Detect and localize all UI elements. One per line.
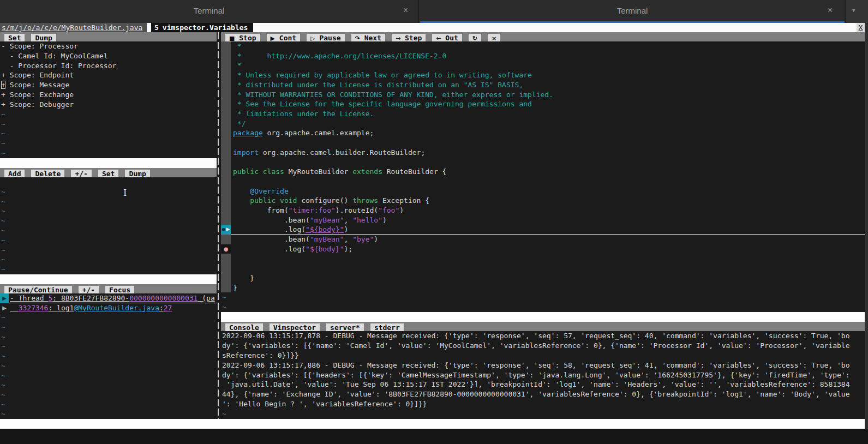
tab-server[interactable]: server* (326, 323, 364, 331)
tab-myroutebuilder[interactable]: s/m/j/o/a/c/e/MyRouteBuilder.java (0, 23, 147, 32)
variables-row[interactable]: + Scope: Endpoint (0, 70, 217, 80)
tilde: ~ (0, 226, 5, 236)
current-thread-sign[interactable]: ▶ (0, 293, 9, 303)
line-text: */ (231, 119, 246, 129)
terminal-tab-1[interactable]: Terminal × (0, 0, 419, 23)
tilde: ~ (0, 313, 5, 322)
console-line[interactable]: dy': {'variables': [{'name': 'Camel Id',… (221, 341, 865, 351)
code-line[interactable]: from("timer:foo").routeId("foo") (221, 206, 865, 215)
code-line[interactable]: ●▶ .log("${body}") (221, 225, 865, 235)
step-into-button[interactable]: → Step (392, 34, 426, 41)
code-line[interactable]: } (221, 283, 865, 293)
stack-frame-row: ~ (0, 380, 217, 390)
code-line[interactable]: * (221, 41, 865, 51)
line-text: - Thread 5: 8B03FE27FB82890-000000000000… (9, 293, 217, 303)
console-line[interactable]: sReference': 0}]}} (221, 351, 865, 361)
code-line[interactable]: * WITHOUT WARRANTIES OR CONDITIONS OF AN… (221, 90, 865, 100)
dump-button[interactable]: Dump (125, 170, 149, 177)
stack-frame-row[interactable]: ▶- Thread 5: 8B03FE27FB82890-00000000000… (0, 293, 217, 303)
stack-frame-row: ~ (0, 341, 217, 351)
tab-vimspector[interactable]: Vimspector (270, 323, 320, 331)
tab-stderr[interactable]: stderr (370, 323, 404, 331)
close-tab-icon[interactable]: X (857, 23, 865, 32)
code-line[interactable]: * Unless required by applicable law or a… (221, 70, 865, 80)
focus-button[interactable]: Focus (105, 286, 134, 293)
line-text (231, 263, 233, 273)
variables-row[interactable]: - Camel Id: MyCoolCamel (0, 51, 217, 61)
code-line[interactable]: */ (221, 119, 865, 129)
tilde: ~ (0, 139, 5, 148)
set-button[interactable]: Set (4, 34, 25, 41)
variables-row[interactable]: - Scope: Processor (0, 41, 217, 51)
sign-column (221, 128, 231, 138)
line-text: .log("${body}") (231, 225, 865, 235)
code-line[interactable]: * distributed under the License is distr… (221, 80, 865, 90)
code-line[interactable]: @Override (221, 187, 865, 196)
code-line[interactable] (221, 157, 865, 167)
add-button[interactable]: Add (4, 170, 25, 177)
code-line[interactable]: * See the License for the specific langu… (221, 99, 865, 109)
chevron-down-icon[interactable]: ▼ (852, 8, 855, 13)
sign-column (221, 206, 231, 215)
code-line[interactable]: * (221, 61, 865, 70)
variables-row[interactable]: - Processor Id: Processor (0, 61, 217, 71)
window-separator[interactable] (218, 32, 219, 419)
code-line[interactable]: * limitations under the License. (221, 109, 865, 119)
pause-continue-button[interactable]: Pause/Continue (4, 286, 72, 293)
watches-row[interactable] (0, 177, 217, 187)
code-line[interactable] (221, 263, 865, 273)
restart-button[interactable]: ↻ (469, 34, 481, 41)
code-line[interactable]: ● .log("${body}"); (221, 244, 865, 254)
code-line[interactable] (221, 177, 865, 187)
code-line[interactable]: } (221, 273, 865, 283)
tab-console[interactable]: Console (225, 323, 263, 331)
close-debugger-button[interactable]: × (488, 34, 500, 41)
frame-sign[interactable]: ▶ (0, 303, 9, 313)
close-icon[interactable]: × (403, 5, 408, 15)
current-line-sign[interactable]: ●▶ (221, 225, 231, 235)
terminal-scrollbar-gutter (865, 23, 868, 444)
watches-row: ~ (0, 226, 217, 236)
tilde: ~ (0, 390, 5, 400)
console-line[interactable]: 2022-09-06 13:15:17,886 - DEBUG - Messag… (221, 361, 865, 370)
console-line[interactable]: 2022-09-06 13:15:17,878 - DEBUG - Messag… (221, 331, 865, 341)
code-line[interactable]: .bean("myBean", "bye") (221, 235, 865, 244)
code-line[interactable]: package org.apache.camel.example; (221, 128, 865, 138)
variables-row[interactable]: + Scope: Exchange (0, 90, 217, 100)
step-over-button[interactable]: ↷ Next (351, 34, 385, 41)
delete-button[interactable]: Delete (31, 170, 64, 177)
expand-collapse-button[interactable]: +/- (79, 286, 99, 293)
dump-button[interactable]: Dump (31, 34, 56, 41)
terminal-tab-2[interactable]: Terminal × (420, 0, 845, 23)
line-text (0, 177, 1, 187)
terminal-tab-title: Terminal (420, 6, 845, 15)
stop-button[interactable]: ■ Stop (225, 34, 260, 41)
code-line[interactable]: public void configure() throws Exception… (221, 196, 865, 206)
code-line[interactable] (221, 138, 865, 148)
console-line[interactable]: 44}, {'name': 'Exchange ID', 'value': '8… (221, 389, 865, 399)
tab-vimspector-variables[interactable]: 5vimspector.Variables (151, 23, 253, 32)
code-line[interactable]: .bean("myBean", "hello") (221, 215, 865, 225)
continue-button[interactable]: ▶ Cont (267, 34, 301, 41)
console-line[interactable]: ': 'Hello Begin ? ', 'variablesReference… (221, 399, 865, 409)
tilde: ~ (0, 197, 5, 207)
code-line[interactable]: public class MyRouteBuilder extends Rout… (221, 167, 865, 177)
breakpoint-sign[interactable]: ● (221, 244, 231, 254)
code-line[interactable]: * http://www.apache.org/licenses/LICENSE… (221, 51, 865, 61)
step-out-button[interactable]: ← Out (432, 34, 462, 41)
stack-frame-row[interactable]: ▶ 3327346: log1@MyRouteBuilder.java:27 (0, 303, 217, 313)
vim-command-line[interactable] (0, 429, 868, 444)
set-button[interactable]: Set (98, 170, 118, 177)
variables-row[interactable]: + Scope: Debugger (0, 100, 217, 110)
console-line[interactable]: 'java.util.Date', 'value': 'Tue Sep 06 1… (221, 380, 865, 389)
line-text: 'java.util.Date', 'value': 'Tue Sep 06 1… (221, 380, 850, 389)
line-text: } (231, 283, 237, 293)
variables-row[interactable]: + Scope: Message (0, 80, 217, 90)
pause-button[interactable]: ▷ Pause (307, 34, 344, 41)
close-icon[interactable]: × (828, 5, 833, 15)
code-line: ~ (221, 302, 865, 312)
expand-collapse-button[interactable]: +/- (71, 170, 91, 177)
code-line[interactable]: import org.apache.camel.builder.RouteBui… (221, 148, 865, 158)
code-line[interactable] (221, 254, 865, 263)
console-line[interactable]: dy': {'variables': [{'headers': [{'key':… (221, 370, 865, 380)
